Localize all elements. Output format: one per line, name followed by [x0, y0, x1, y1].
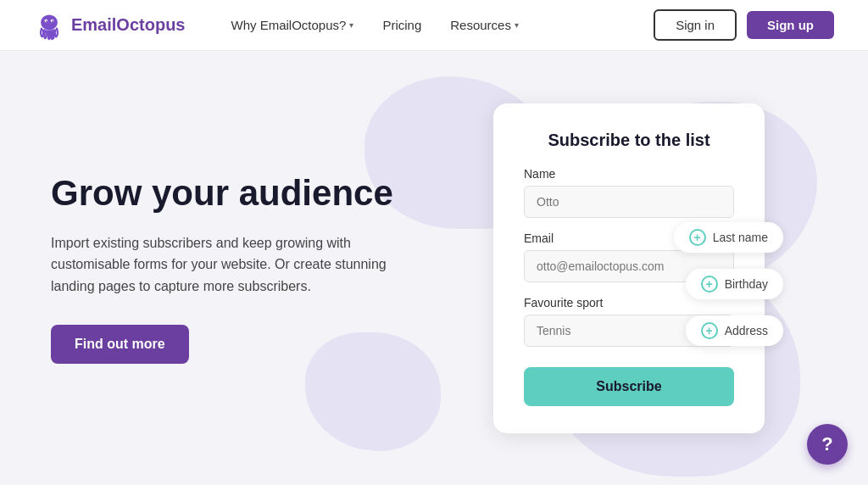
svg-point-0	[41, 14, 58, 30]
plus-circle-icon: +	[689, 229, 706, 246]
nav-actions: Sign in Sign up	[654, 9, 834, 41]
floating-tag-lastname: + Last name	[674, 222, 783, 253]
main-content: Grow your audience Import existing subsc…	[0, 51, 868, 485]
nav-link-pricing[interactable]: Pricing	[370, 11, 433, 39]
hero-section: Grow your audience Import existing subsc…	[51, 172, 441, 363]
plus-circle-icon: +	[701, 322, 718, 339]
subscribe-button[interactable]: Subscribe	[524, 367, 734, 406]
name-input[interactable]	[524, 186, 734, 218]
name-label: Name	[524, 167, 734, 181]
floating-tag-address: + Address	[686, 315, 783, 346]
chevron-down-icon: ▾	[515, 20, 519, 30]
plus-circle-icon: +	[701, 276, 718, 293]
svg-point-4	[52, 20, 53, 22]
hero-title: Grow your audience	[51, 172, 441, 215]
floating-tag-birthday: + Birthday	[686, 269, 783, 299]
signin-button[interactable]: Sign in	[654, 9, 737, 41]
chevron-down-icon: ▾	[349, 20, 353, 30]
find-out-more-button[interactable]: Find out more	[51, 325, 189, 364]
logo-link[interactable]: EmailOctopus	[34, 10, 185, 41]
nav-link-why[interactable]: Why EmailOctopus? ▾	[219, 11, 365, 39]
nav-link-resources[interactable]: Resources ▾	[438, 11, 531, 39]
help-button[interactable]: ?	[807, 424, 848, 465]
signup-button[interactable]: Sign up	[747, 11, 834, 39]
nav-links: Why EmailOctopus? ▾ Pricing Resources ▾	[219, 11, 654, 39]
hero-description: Import existing subscribers and keep gro…	[51, 232, 407, 298]
form-area: + Last name + Birthday + Address Subscri…	[441, 103, 817, 433]
form-group-name: Name	[524, 167, 734, 218]
svg-point-3	[46, 20, 47, 22]
navbar: EmailOctopus Why EmailOctopus? ▾ Pricing…	[0, 0, 868, 51]
form-title: Subscribe to the list	[524, 131, 734, 150]
octopus-icon	[34, 10, 64, 41]
brand-name: EmailOctopus	[71, 15, 185, 35]
